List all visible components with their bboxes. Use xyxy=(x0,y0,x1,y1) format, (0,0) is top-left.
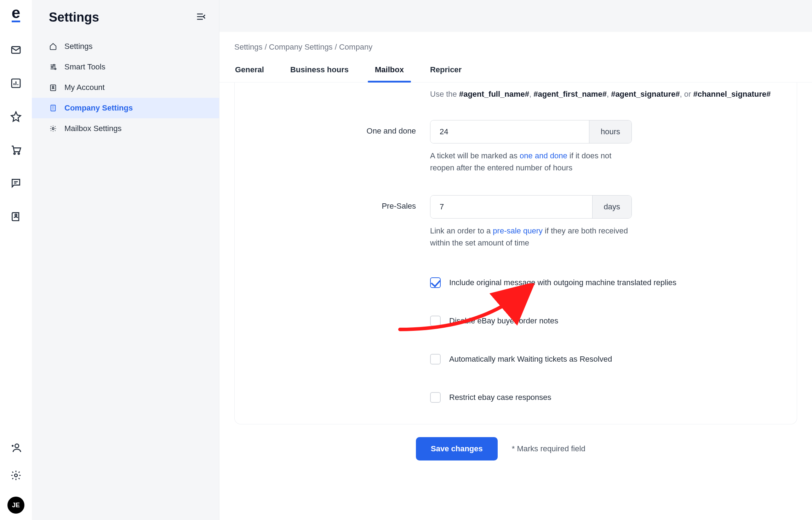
tab-general[interactable]: General xyxy=(234,59,265,82)
placeholder-hint: Use the #agent_full_name#, #agent_first_… xyxy=(250,90,782,99)
settings-nav: Settings Smart Tools My Account Company … xyxy=(32,34,219,139)
tab-mailbox[interactable]: Mailbox xyxy=(374,59,405,82)
mail-icon[interactable] xyxy=(10,44,22,56)
book-user-icon[interactable] xyxy=(10,210,22,223)
pre-sales-input[interactable] xyxy=(430,196,592,218)
id-card-icon xyxy=(49,83,57,92)
nav-label: Settings xyxy=(64,42,93,51)
gear-icon[interactable] xyxy=(10,469,22,482)
main-content: Settings / Company Settings / Company Ge… xyxy=(219,0,812,520)
auto-resolve-waiting-label: Automatically mark Waiting tickets as Re… xyxy=(449,355,612,364)
one-and-done-row: One and done hours A ticket will be mark… xyxy=(250,120,782,174)
restrict-ebay-case-label: Restrict ebay case responses xyxy=(449,393,551,402)
nav-smart-tools[interactable]: Smart Tools xyxy=(32,57,219,77)
sidebar-title: Settings xyxy=(49,10,99,25)
include-original-row: Include original message with outgoing m… xyxy=(250,277,782,288)
footer-row: Save changes * Marks required field xyxy=(219,424,812,460)
svg-point-9 xyxy=(55,68,56,70)
one-and-done-helper: A ticket will be marked as one and done … xyxy=(430,150,632,174)
nav-label: Smart Tools xyxy=(64,62,105,72)
svg-point-5 xyxy=(15,444,19,448)
pre-sales-helper: Link an order to a pre-sale query if the… xyxy=(430,225,632,249)
nav-settings[interactable]: Settings xyxy=(32,36,219,57)
svg-point-2 xyxy=(14,153,15,154)
nav-label: Mailbox Settings xyxy=(64,124,121,133)
add-user-icon[interactable] xyxy=(10,441,22,454)
pre-sales-unit: days xyxy=(592,196,631,218)
cart-icon[interactable] xyxy=(10,143,22,156)
chart-icon[interactable] xyxy=(10,77,22,90)
svg-point-6 xyxy=(15,474,17,477)
breadcrumb-company-settings[interactable]: Company Settings xyxy=(269,43,333,51)
include-original-label: Include original message with outgoing m… xyxy=(449,278,676,287)
breadcrumb-settings[interactable]: Settings xyxy=(234,43,263,51)
save-button[interactable]: Save changes xyxy=(416,437,498,460)
disable-ebay-notes-row: Disable eBay buyer order notes xyxy=(250,316,782,326)
auto-resolve-waiting-row: Automatically mark Waiting tickets as Re… xyxy=(250,354,782,364)
nav-my-account[interactable]: My Account xyxy=(32,77,219,98)
nav-mailbox-settings[interactable]: Mailbox Settings xyxy=(32,118,219,139)
nav-label: Company Settings xyxy=(64,103,133,113)
breadcrumb-company: Company xyxy=(339,43,372,51)
gear-small-icon xyxy=(49,124,57,133)
restrict-ebay-case-checkbox[interactable] xyxy=(430,392,441,403)
disable-ebay-notes-label: Disable eBay buyer order notes xyxy=(449,316,558,326)
chat-icon[interactable] xyxy=(10,177,22,190)
avatar[interactable]: JE xyxy=(7,497,24,514)
building-icon xyxy=(49,104,57,112)
tabs: General Business hours Mailbox Repricer xyxy=(219,59,812,83)
sliders-icon xyxy=(49,63,57,71)
mailbox-settings-card: Use the #agent_full_name#, #agent_first_… xyxy=(234,83,797,424)
settings-sidebar: Settings Settings Smart Tools My Account xyxy=(32,0,219,520)
one-and-done-link[interactable]: one and done xyxy=(520,151,567,160)
pre-sale-query-link[interactable]: pre-sale query xyxy=(493,226,543,235)
svg-point-11 xyxy=(52,86,54,88)
one-and-done-input-group: hours xyxy=(430,120,632,143)
nav-label: My Account xyxy=(64,83,105,92)
restrict-ebay-case-row: Restrict ebay case responses xyxy=(250,392,782,403)
one-and-done-unit: hours xyxy=(589,120,631,143)
svg-point-3 xyxy=(18,153,19,154)
pre-sales-row: Pre-Sales days Link an order to a pre-sa… xyxy=(250,195,782,249)
svg-point-13 xyxy=(52,128,54,130)
svg-point-7 xyxy=(53,64,55,66)
pre-sales-label: Pre-Sales xyxy=(250,195,416,211)
app-logo[interactable]: e xyxy=(12,5,20,22)
one-and-done-input[interactable] xyxy=(430,120,589,143)
tab-repricer[interactable]: Repricer xyxy=(429,59,462,82)
home-icon xyxy=(49,42,57,51)
one-and-done-label: One and done xyxy=(250,120,416,136)
disable-ebay-notes-checkbox[interactable] xyxy=(430,316,441,326)
include-original-checkbox[interactable] xyxy=(430,277,441,288)
auto-resolve-waiting-checkbox[interactable] xyxy=(430,354,441,364)
star-icon[interactable] xyxy=(10,110,22,123)
pre-sales-input-group: days xyxy=(430,195,632,219)
svg-rect-12 xyxy=(51,105,56,111)
required-note: * Marks required field xyxy=(512,444,585,453)
icon-rail: e JE xyxy=(0,0,32,520)
collapse-sidebar-icon[interactable] xyxy=(196,11,208,23)
svg-point-4 xyxy=(15,214,17,216)
tab-business-hours[interactable]: Business hours xyxy=(290,59,349,82)
breadcrumb: Settings / Company Settings / Company xyxy=(219,32,812,59)
nav-company-settings[interactable]: Company Settings xyxy=(32,98,219,118)
svg-point-8 xyxy=(51,66,53,68)
